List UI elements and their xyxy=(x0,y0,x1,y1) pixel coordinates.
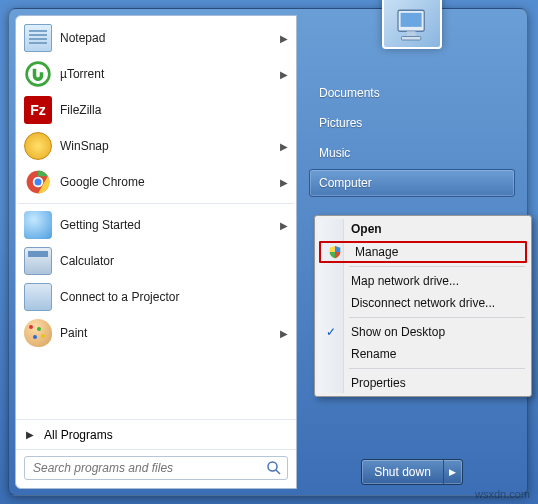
winsnap-icon xyxy=(24,132,52,160)
program-label: µTorrent xyxy=(60,67,280,81)
right-item-label: Music xyxy=(319,146,350,160)
svg-rect-9 xyxy=(402,37,421,41)
svg-rect-7 xyxy=(401,13,422,27)
program-label: FileZilla xyxy=(60,103,288,117)
chrome-icon xyxy=(24,168,52,196)
submenu-arrow-icon: ▶ xyxy=(280,69,288,80)
program-getting-started[interactable]: Getting Started ▶ xyxy=(16,207,296,243)
context-menu-item-label: Show on Desktop xyxy=(351,325,445,339)
shutdown-menu-caret[interactable]: ▶ xyxy=(444,460,462,484)
user-picture[interactable] xyxy=(382,0,442,49)
program-filezilla[interactable]: Fz FileZilla xyxy=(16,92,296,128)
svg-line-5 xyxy=(276,470,280,474)
watermark: wsxdn.com xyxy=(475,488,530,500)
right-item-label: Pictures xyxy=(319,116,362,130)
context-menu-item-label: Manage xyxy=(355,245,398,259)
context-menu-item-label: Properties xyxy=(351,376,406,390)
notepad-icon xyxy=(24,24,52,52)
svg-point-0 xyxy=(27,63,50,86)
program-label: Google Chrome xyxy=(60,175,280,189)
getting-started-icon xyxy=(24,211,52,239)
search-input[interactable] xyxy=(24,456,288,480)
program-label: Connect to a Projector xyxy=(60,290,288,304)
filezilla-icon: Fz xyxy=(24,96,52,124)
projector-icon xyxy=(24,283,52,311)
context-menu-disconnect-drive[interactable]: Disconnect network drive... xyxy=(317,292,529,314)
computer-icon xyxy=(391,5,433,47)
program-label: WinSnap xyxy=(60,139,280,153)
program-notepad[interactable]: Notepad ▶ xyxy=(16,20,296,56)
program-connect-projector[interactable]: Connect to a Projector xyxy=(16,279,296,315)
submenu-arrow-icon: ▶ xyxy=(280,141,288,152)
all-programs-button[interactable]: ▶ All Programs xyxy=(16,419,296,449)
utorrent-icon xyxy=(24,60,52,88)
uac-shield-icon xyxy=(327,244,343,260)
program-calculator[interactable]: Calculator xyxy=(16,243,296,279)
right-item-computer[interactable]: Computer xyxy=(309,169,515,197)
submenu-arrow-icon: ▶ xyxy=(280,177,288,188)
program-label: Paint xyxy=(60,326,280,340)
program-utorrent[interactable]: µTorrent ▶ xyxy=(16,56,296,92)
context-menu-item-label: Disconnect network drive... xyxy=(351,296,495,310)
shutdown-button[interactable]: Shut down ▶ xyxy=(361,459,463,485)
context-menu-separator xyxy=(349,266,525,267)
shutdown-label: Shut down xyxy=(362,460,444,484)
context-menu-item-label: Map network drive... xyxy=(351,274,459,288)
context-menu-show-on-desktop[interactable]: ✓ Show on Desktop xyxy=(317,321,529,343)
program-paint[interactable]: Paint ▶ xyxy=(16,315,296,351)
context-menu-open[interactable]: Open xyxy=(317,218,529,240)
context-menu-rename[interactable]: Rename xyxy=(317,343,529,365)
submenu-arrow-icon: ▶ xyxy=(280,328,288,339)
programs-list: Notepad ▶ µTorrent ▶ Fz FileZilla WinSna… xyxy=(16,16,296,419)
right-item-music[interactable]: Music xyxy=(309,139,515,167)
context-menu-separator xyxy=(349,368,525,369)
submenu-arrow-icon: ▶ xyxy=(280,220,288,231)
divider xyxy=(18,203,294,204)
context-menu-properties[interactable]: Properties xyxy=(317,372,529,394)
program-label: Getting Started xyxy=(60,218,280,232)
search-row xyxy=(16,449,296,488)
context-menu-map-drive[interactable]: Map network drive... xyxy=(317,270,529,292)
right-item-pictures[interactable]: Pictures xyxy=(309,109,515,137)
submenu-arrow-icon: ▶ xyxy=(280,33,288,44)
program-label: Notepad xyxy=(60,31,280,45)
shutdown-row: Shut down ▶ xyxy=(309,449,515,485)
context-menu-item-label: Open xyxy=(351,222,382,236)
context-menu-separator xyxy=(349,317,525,318)
svg-point-4 xyxy=(268,462,277,471)
context-menu: Open Manage Map network drive... Disconn… xyxy=(314,215,532,397)
context-menu-manage[interactable]: Manage xyxy=(319,241,527,263)
program-winsnap[interactable]: WinSnap ▶ xyxy=(16,128,296,164)
paint-icon xyxy=(24,319,52,347)
triangle-right-icon: ▶ xyxy=(26,429,34,440)
context-menu-item-label: Rename xyxy=(351,347,396,361)
svg-point-3 xyxy=(35,179,42,186)
program-google-chrome[interactable]: Google Chrome ▶ xyxy=(16,164,296,200)
right-item-label: Documents xyxy=(319,86,380,100)
right-item-documents[interactable]: Documents xyxy=(309,79,515,107)
start-menu-left-panel: Notepad ▶ µTorrent ▶ Fz FileZilla WinSna… xyxy=(15,15,297,489)
all-programs-label: All Programs xyxy=(44,428,113,442)
svg-rect-8 xyxy=(407,31,416,36)
calculator-icon xyxy=(24,247,52,275)
program-label: Calculator xyxy=(60,254,288,268)
search-icon xyxy=(266,460,282,476)
right-item-label: Computer xyxy=(319,176,372,190)
checkmark-icon: ✓ xyxy=(323,324,339,340)
